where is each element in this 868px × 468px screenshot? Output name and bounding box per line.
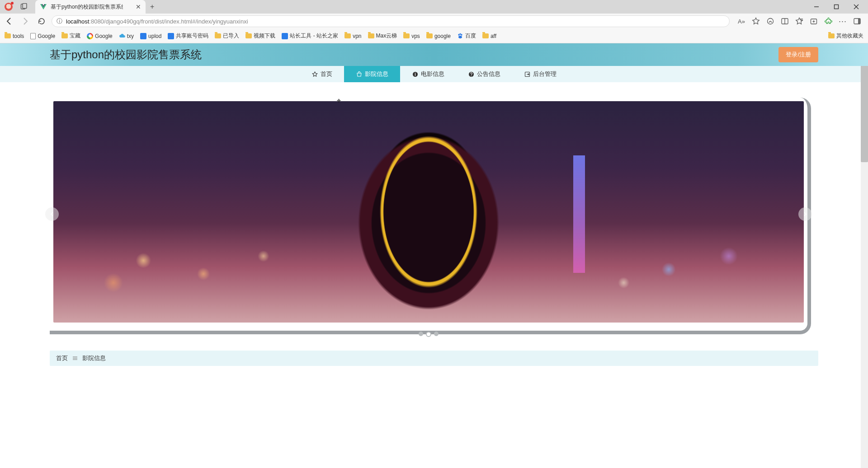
cloud-icon [119, 33, 125, 39]
bookmark-item[interactable]: Google [30, 33, 55, 39]
bookmark-label: google [434, 33, 451, 39]
carousel-next-button[interactable] [798, 207, 812, 221]
folder-icon [426, 33, 433, 38]
carousel-dot[interactable] [426, 332, 431, 337]
main-content [0, 82, 861, 342]
bookmark-item[interactable]: 站长工具 - 站长之家 [282, 32, 338, 40]
vue-favicon-icon [40, 3, 47, 10]
site-header: 基于python的校园影院售票系统 登录/注册 [0, 43, 868, 66]
bookmark-label: aff [491, 33, 496, 39]
carousel-dot[interactable] [419, 332, 423, 336]
read-aloud-icon[interactable]: A» [737, 17, 746, 26]
bookmark-label: Max云梯 [376, 32, 397, 40]
window-maximize-button[interactable] [826, 0, 846, 14]
other-bookmarks[interactable]: 其他收藏夹 [828, 32, 863, 40]
arrow-out-icon [524, 71, 530, 77]
nav-forward-button[interactable] [19, 15, 32, 28]
bookmark-item[interactable]: vps [403, 33, 420, 39]
bookmark-label: uplod [148, 33, 161, 39]
breadcrumb-separator-icon [72, 356, 78, 361]
nav-reload-button[interactable] [35, 15, 48, 28]
svg-point-18 [461, 34, 462, 36]
carousel-image[interactable] [53, 101, 804, 323]
browser-tab[interactable]: 基于python的校园影院售票系统 ✕ [35, 0, 146, 14]
page-viewport: 基于python的校园影院售票系统 登录/注册 首页影院信息电影信息公告信息后台… [0, 43, 868, 468]
svg-rect-1 [23, 4, 27, 9]
collections-icon[interactable] [809, 17, 818, 26]
svg-point-20 [415, 72, 415, 73]
bookmark-item[interactable]: txy [119, 33, 134, 39]
bookmark-item[interactable]: aff [482, 33, 496, 39]
split-screen-icon[interactable] [780, 17, 789, 26]
nav-back-button[interactable] [3, 15, 15, 28]
favorite-star-icon[interactable] [751, 17, 760, 26]
bookmark-item[interactable]: google [426, 33, 451, 39]
tracking-prevention-icon[interactable] [766, 17, 775, 26]
baidu-icon [457, 33, 463, 39]
sidebar-toggle-icon[interactable] [853, 17, 862, 26]
bookmark-item[interactable]: 百度 [457, 32, 476, 40]
folder-icon [61, 33, 68, 38]
extensions-icon[interactable] [824, 17, 833, 26]
site-icon [168, 33, 174, 39]
svg-rect-15 [858, 19, 860, 24]
breadcrumb: 首页 影院信息 [50, 351, 818, 366]
url-toolbar: ⓘ localhost:8080/django490gq/front/dist/… [0, 14, 868, 29]
bookmark-item[interactable]: vpn [344, 33, 361, 39]
folder-icon [828, 33, 835, 38]
folder-icon [482, 33, 489, 38]
more-menu-icon[interactable]: ··· [838, 17, 847, 26]
svg-point-23 [471, 75, 472, 76]
folder-icon [215, 33, 221, 38]
bookmark-item[interactable]: uplod [140, 33, 161, 39]
page-icon [30, 33, 36, 39]
bookmark-label: vpn [353, 33, 361, 39]
bookmark-item[interactable]: 已导入 [215, 32, 239, 40]
bookmark-label: Google [95, 33, 113, 39]
nav-label: 首页 [321, 70, 332, 78]
bookmark-label: Google [38, 33, 55, 39]
nav-item[interactable]: 公告信息 [456, 66, 512, 82]
bookmark-label: txy [127, 33, 134, 39]
shop-icon [356, 71, 362, 77]
nav-label: 后台管理 [533, 70, 557, 78]
nav-item[interactable]: 首页 [300, 66, 344, 82]
window-titlebar: 基于python的校园影院售票系统 ✕ + [0, 0, 868, 14]
page-scrollbar[interactable] [861, 43, 868, 468]
folder-icon [5, 33, 11, 38]
carousel-dot[interactable] [434, 332, 439, 336]
nav-item[interactable]: 影院信息 [344, 66, 400, 82]
address-bar[interactable]: ⓘ localhost:8080/django490gq/front/dist/… [52, 15, 730, 27]
info-icon [412, 71, 418, 77]
site-icon [140, 33, 146, 39]
bookmark-item[interactable]: 共享账号密码 [168, 32, 208, 40]
carousel-dots [419, 332, 439, 337]
window-close-button[interactable] [846, 0, 866, 14]
bookmark-item[interactable]: tools [5, 33, 24, 39]
site-nav: 首页影院信息电影信息公告信息后台管理 [0, 66, 868, 82]
nav-item[interactable]: 电影信息 [400, 66, 456, 82]
bookmark-item[interactable]: 宝藏 [61, 32, 80, 40]
nav-item[interactable]: 后台管理 [512, 66, 568, 82]
carousel-prev-button[interactable] [45, 207, 59, 221]
bookmark-label: vps [411, 33, 420, 39]
bookmark-label: 已导入 [223, 32, 239, 40]
login-register-button[interactable]: 登录/注册 [778, 47, 818, 62]
site-info-icon[interactable]: ⓘ [57, 17, 62, 25]
bookmark-item[interactable]: 视频下载 [245, 32, 275, 40]
favorites-list-icon[interactable] [795, 17, 804, 26]
new-tab-button[interactable]: + [150, 3, 154, 11]
tab-overview-icon[interactable] [20, 3, 28, 11]
profile-avatar-icon[interactable] [5, 3, 13, 11]
site-title: 基于python的校园影院售票系统 [50, 47, 202, 62]
bookmark-item[interactable]: Google [87, 33, 113, 39]
svg-point-17 [459, 33, 461, 35]
svg-rect-21 [415, 74, 415, 76]
window-minimize-button[interactable] [807, 0, 826, 14]
breadcrumb-home[interactable]: 首页 [56, 354, 68, 362]
tab-close-icon[interactable]: ✕ [136, 3, 141, 10]
star-icon [311, 71, 318, 77]
bookmark-item[interactable]: Max云梯 [368, 32, 397, 40]
bookmark-label: tools [13, 33, 24, 39]
svg-rect-3 [835, 5, 839, 9]
